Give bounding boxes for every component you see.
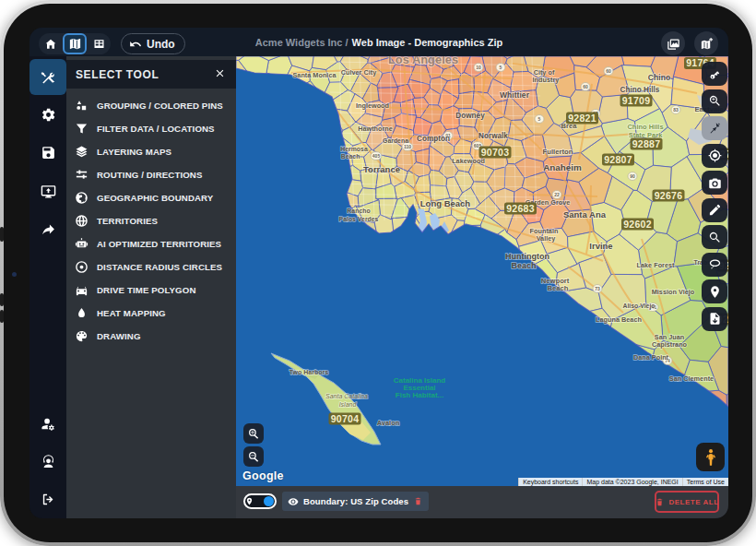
svg-text:Long Beach: Long Beach [420,198,471,208]
svg-text:Rancho: Rancho [347,208,370,214]
svg-text:5: 5 [538,116,541,122]
svg-text:Laguna Beach: Laguna Beach [596,315,642,324]
svg-text:Mission Viejo: Mission Viejo [652,288,695,296]
svg-text:Whittier: Whittier [500,90,530,100]
svg-text:Beach: Beach [511,261,536,270]
svg-text:Anaheim: Anaheim [543,162,582,172]
svg-text:92887: 92887 [632,138,661,149]
svg-text:Palos Verdes: Palos Verdes [339,216,379,222]
svg-text:Norwalk: Norwalk [478,132,508,140]
svg-text:Hermosa: Hermosa [340,146,368,152]
svg-text:San Clemente: San Clemente [669,374,714,383]
svg-text:91709: 91709 [622,95,651,106]
svg-text:Lake Forest: Lake Forest [637,261,676,269]
svg-text:Avalon: Avalon [377,419,400,427]
svg-text:Capistrano: Capistrano [652,340,688,349]
svg-text:Santa Catalina: Santa Catalina [325,393,368,399]
svg-text:Los Angeles: Los Angeles [388,56,458,66]
svg-text:Chino: Chino [648,73,670,82]
svg-text:Compton: Compton [417,135,450,143]
svg-text:Dana Point: Dana Point [633,353,669,362]
svg-text:60: 60 [606,68,611,74]
svg-text:60: 60 [583,84,588,89]
svg-text:Lakewood: Lakewood [452,157,485,165]
svg-text:110: 110 [404,144,411,149]
svg-text:Aliso Viejo: Aliso Viejo [622,303,655,310]
svg-text:90703: 90703 [481,147,510,158]
svg-text:Island: Island [339,401,358,408]
svg-text:73: 73 [595,286,600,291]
svg-text:Downey: Downey [455,112,485,120]
svg-text:90704: 90704 [331,413,360,424]
svg-text:92821: 92821 [568,113,597,124]
svg-text:22: 22 [554,192,560,197]
svg-text:10: 10 [476,65,481,70]
svg-text:Chino Hills: Chino Hills [627,123,663,131]
svg-text:83: 83 [673,107,679,113]
svg-text:92807: 92807 [604,154,632,165]
svg-text:Fullerton: Fullerton [543,148,573,156]
svg-text:92676: 92676 [655,190,683,201]
svg-text:92602: 92602 [623,219,652,230]
svg-text:Inglewood: Inglewood [356,101,389,110]
svg-text:Torrance: Torrance [363,164,400,174]
svg-text:Beach: Beach [341,153,360,160]
svg-text:Beach: Beach [547,284,568,292]
svg-text:Irvine: Irvine [589,241,612,251]
svg-text:Chino Hills: Chino Hills [620,86,660,94]
svg-text:Gardena: Gardena [383,137,408,144]
svg-text:Industry: Industry [533,76,561,84]
svg-text:Santa Monica: Santa Monica [292,71,337,79]
svg-text:92683: 92683 [506,203,535,214]
svg-text:405: 405 [372,153,381,159]
svg-text:Huntington: Huntington [505,252,549,261]
svg-text:Culver City: Culver City [341,68,377,77]
svg-text:Valley: Valley [537,234,557,243]
svg-text:5: 5 [500,65,502,70]
svg-text:Two Harbors: Two Harbors [289,369,328,375]
svg-text:Hawthorne: Hawthorne [358,125,393,133]
svg-text:Santa Ana: Santa Ana [563,209,607,220]
svg-text:90: 90 [630,173,635,179]
svg-text:Fish Habitat...: Fish Habitat... [396,391,443,399]
